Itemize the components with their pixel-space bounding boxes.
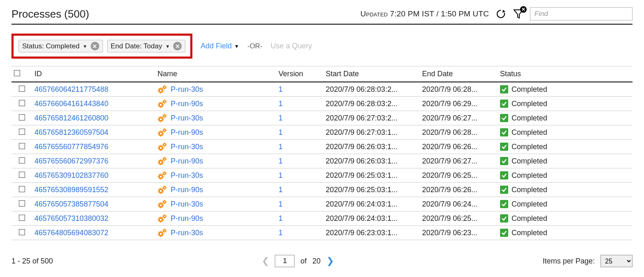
column-header-status[interactable]: Status (498, 66, 633, 82)
process-version-link[interactable]: 1 (279, 200, 283, 208)
process-name-link[interactable]: P-run-30s (171, 143, 203, 151)
pager-prev-button[interactable]: ❮ (262, 256, 269, 266)
process-id-link[interactable]: 465765057385877504 (34, 200, 108, 208)
process-version-link[interactable]: 1 (279, 171, 283, 179)
table-row[interactable]: 465764805694083072 P-run-30s 1 2020/7/9 … (11, 226, 633, 240)
pager-next-button[interactable]: ❯ (327, 256, 334, 266)
process-id-link[interactable]: 465765309102837760 (34, 171, 108, 179)
process-name-link[interactable]: P-run-90s (171, 186, 203, 194)
table-row[interactable]: 465766064161443840 P-run-90s 1 2020/7/9 … (11, 97, 633, 111)
row-checkbox[interactable] (19, 172, 25, 178)
svg-rect-12 (164, 85, 165, 86)
end-date-cell: 2020/7/9 06:28... (420, 82, 498, 97)
table-row[interactable]: 465765057310380032 P-run-90s 1 2020/7/9 … (11, 211, 633, 226)
table-row[interactable]: 465765812461260800 P-run-30s 1 2020/7/9 … (11, 111, 633, 125)
start-date-cell: 2020/7/9 06:27:03:2... (323, 111, 420, 125)
column-header-end[interactable]: End Date (420, 66, 498, 82)
table-row[interactable]: 465765560777854976 P-run-30s 1 2020/7/9 … (11, 140, 633, 154)
table-row[interactable]: 465765308989591552 P-run-90s 1 2020/7/9 … (11, 183, 633, 197)
process-version-link[interactable]: 1 (279, 229, 283, 237)
row-checkbox[interactable] (19, 157, 25, 163)
refresh-icon[interactable] (495, 9, 507, 19)
filter-chip-status[interactable]: Status: Completed ▼ ✕ (18, 40, 103, 52)
process-id-link[interactable]: 465765812461260800 (34, 114, 108, 122)
status-check-icon (500, 229, 508, 237)
svg-rect-79 (166, 144, 167, 145)
table-row[interactable]: 465766064211775488 P-run-30s 1 2020/7/9 … (11, 82, 633, 97)
process-version-link[interactable]: 1 (279, 186, 283, 194)
svg-rect-101 (163, 176, 164, 177)
svg-rect-37 (163, 119, 164, 120)
column-header-version[interactable]: Version (276, 66, 323, 82)
process-id-link[interactable]: 465766064211775488 (34, 85, 108, 93)
items-per-page-label: Items per Page: (543, 257, 595, 266)
process-version-link[interactable]: 1 (279, 128, 283, 136)
row-checkbox[interactable] (19, 100, 25, 106)
svg-point-43 (164, 116, 165, 117)
process-version-link[interactable]: 1 (279, 157, 283, 165)
row-checkbox[interactable] (19, 114, 25, 120)
process-id-link[interactable]: 465765560777854976 (34, 143, 108, 151)
row-checkbox[interactable] (19, 215, 25, 221)
table-row[interactable]: 465765057385877504 P-run-30s 1 2020/7/9 … (11, 197, 633, 211)
column-header-id[interactable]: ID (32, 66, 155, 82)
svg-rect-69 (163, 148, 164, 148)
filter-chip-remove-icon[interactable]: ✕ (173, 42, 182, 50)
pager-range: 1 - 25 of 500 (11, 257, 53, 266)
process-id-link[interactable]: 465765560672997376 (34, 157, 108, 165)
process-id-link[interactable]: 465765308989591552 (34, 186, 108, 194)
row-checkbox[interactable] (19, 186, 25, 192)
filter-chip-enddate[interactable]: End Date: Today ▼ ✕ (107, 40, 185, 52)
column-header-start[interactable]: Start Date (323, 66, 420, 82)
svg-rect-162 (160, 231, 161, 232)
row-checkbox[interactable] (19, 200, 25, 207)
process-name-link[interactable]: P-run-30s (171, 85, 203, 94)
process-version-link[interactable]: 1 (279, 85, 283, 93)
select-all-checkbox[interactable] (14, 70, 20, 76)
process-id-link[interactable]: 465766064161443840 (34, 100, 108, 108)
svg-rect-142 (162, 202, 163, 202)
filter-clear-badge[interactable]: ✕ (520, 6, 527, 13)
process-name-link[interactable]: P-run-30s (171, 229, 203, 237)
process-id-link[interactable]: 465765812360597504 (34, 128, 108, 136)
table-row[interactable]: 465764805585031168 P-run-90s 1 2020/7/9 … (11, 240, 633, 243)
process-name-link[interactable]: P-run-30s (171, 171, 203, 180)
process-name-link[interactable]: P-run-90s (171, 157, 203, 166)
status-text: Completed (512, 200, 547, 209)
process-id-link[interactable]: 465765057310380032 (34, 214, 108, 223)
pager-page-input[interactable] (275, 255, 295, 267)
svg-rect-36 (158, 119, 159, 120)
process-name-link[interactable]: P-run-30s (171, 200, 203, 209)
use-query-hint[interactable]: Use a Query (271, 42, 312, 50)
row-checkbox[interactable] (19, 143, 25, 149)
row-checkbox[interactable] (19, 229, 25, 235)
svg-rect-132 (158, 205, 159, 206)
process-name-link[interactable]: P-run-90s (171, 100, 203, 108)
process-version-link[interactable]: 1 (279, 143, 283, 151)
add-field-button[interactable]: Add Field ▼ (201, 42, 239, 50)
process-name-link[interactable]: P-run-30s (171, 114, 203, 123)
row-checkbox[interactable] (19, 129, 25, 135)
process-name-link[interactable]: P-run-90s (171, 128, 203, 137)
table-row[interactable]: 465765812360597504 P-run-90s 1 2020/7/9 … (11, 125, 633, 140)
svg-rect-114 (160, 188, 161, 189)
status-text: Completed (512, 214, 547, 223)
items-per-page-select[interactable]: 25 (601, 255, 633, 267)
find-input[interactable] (530, 7, 633, 20)
filter-chip-remove-icon[interactable]: ✕ (91, 42, 99, 50)
process-version-link[interactable]: 1 (279, 100, 283, 108)
filter-icon[interactable]: ✕ (513, 9, 524, 19)
svg-point-75 (164, 144, 165, 145)
process-version-link[interactable]: 1 (279, 214, 283, 223)
process-id-link[interactable]: 465764805694083072 (34, 229, 108, 237)
status-check-icon (500, 157, 508, 165)
table-row[interactable]: 465765560672997376 P-run-90s 1 2020/7/9 … (11, 154, 633, 168)
svg-point-17 (160, 104, 162, 106)
row-checkbox[interactable] (19, 86, 25, 92)
column-header-name[interactable]: Name (155, 66, 276, 82)
process-name-link[interactable]: P-run-90s (171, 214, 203, 223)
status-check-icon (500, 114, 508, 122)
process-version-link[interactable]: 1 (279, 114, 283, 122)
svg-rect-68 (158, 148, 159, 148)
table-row[interactable]: 465765309102837760 P-run-30s 1 2020/7/9 … (11, 168, 633, 183)
